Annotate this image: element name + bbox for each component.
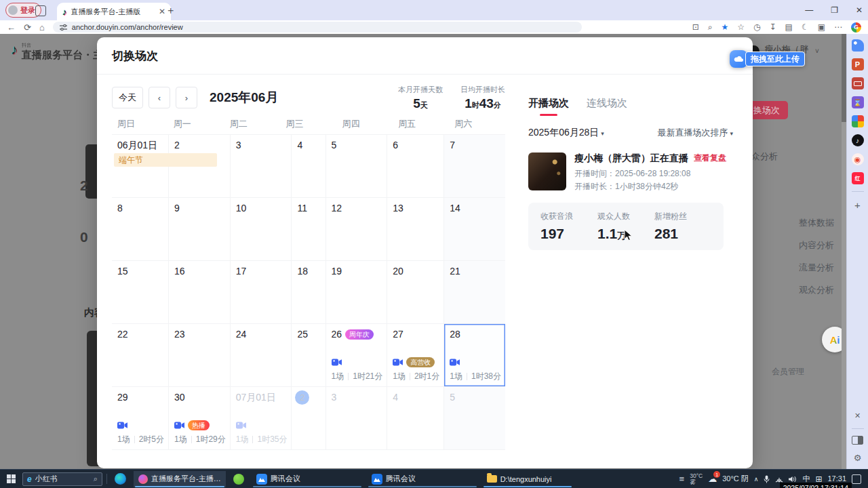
sidebar-panel-icon[interactable] xyxy=(852,436,863,445)
calendar-day-cell[interactable]: 26周年庆1场1时21分 xyxy=(326,324,388,387)
add-extension-icon[interactable]: + xyxy=(852,199,864,211)
taskbar-clock[interactable]: 17:31 xyxy=(827,474,846,483)
new-tab-button[interactable]: ＋ xyxy=(165,4,176,17)
next-month-button[interactable]: › xyxy=(176,87,197,108)
taskbar-active-window[interactable]: 直播服务平台-主播… xyxy=(134,471,226,487)
action-center-icon[interactable] xyxy=(852,474,861,484)
refresh-icon[interactable]: ⟳ xyxy=(24,22,31,33)
calendar-day-cell[interactable]: 12 xyxy=(326,198,388,261)
cast-icon[interactable]: ⊡ xyxy=(692,22,699,32)
tab-broadcast-sessions[interactable]: 开播场次 xyxy=(528,97,569,116)
taskbar-folder[interactable]: D:\tengxunhuiyi xyxy=(482,471,573,487)
home-icon[interactable]: ⌂ xyxy=(39,22,45,33)
download-icon[interactable]: ↧ xyxy=(769,22,776,32)
calendar-day-cell[interactable]: 5 xyxy=(326,135,388,198)
calendar-day-cell[interactable]: 27高营收1场2时1分 xyxy=(387,324,444,387)
toolbox-icon[interactable] xyxy=(852,77,864,89)
tiktok-icon[interactable]: ♪ xyxy=(852,134,864,146)
date-filter-dropdown[interactable]: 2025年06月28日▾ xyxy=(528,127,604,139)
calendar-day-cell[interactable]: 10 xyxy=(231,198,292,261)
calendar-day-cell[interactable]: 16 xyxy=(169,261,231,324)
bookmark-star-icon[interactable]: ★ xyxy=(721,22,728,32)
calendar-day-cell[interactable]: 06月01日端午节 xyxy=(112,135,169,198)
calendar-day-cell[interactable]: 7 xyxy=(444,135,505,198)
window-minimize-button[interactable]: — xyxy=(805,5,813,15)
calendar-day-cell[interactable]: 21 xyxy=(444,261,505,324)
edge-browser-icon[interactable] xyxy=(115,473,126,485)
calendar-day-cell[interactable]: 2 xyxy=(292,387,326,450)
speaker-icon[interactable] xyxy=(789,476,797,483)
more-icon[interactable]: ⋯ xyxy=(834,22,842,32)
favorites-icon[interactable]: ☆ xyxy=(737,22,745,32)
bg-member-link[interactable]: 会员管理 xyxy=(772,366,804,378)
calendar-day-cell[interactable]: 07月01日1场1时35分 xyxy=(231,387,292,450)
calendar-day-cell[interactable]: 4 xyxy=(387,387,444,450)
google-account-avatar[interactable]: G xyxy=(851,22,861,33)
microphone-icon[interactable] xyxy=(764,475,770,483)
bg-menu-item[interactable]: 内容分析 xyxy=(799,239,834,251)
workspace-icon[interactable]: ▣ xyxy=(818,22,825,32)
back-icon[interactable]: ← xyxy=(7,22,16,33)
tab-link-sessions[interactable]: 连线场次 xyxy=(587,97,627,110)
xiaohongshu-icon[interactable]: 红 xyxy=(852,172,864,184)
calendar-day-cell[interactable]: 15 xyxy=(112,261,169,324)
tab-close-icon[interactable]: ✕ xyxy=(159,7,165,16)
touch-keyboard-icon[interactable]: ⊞ xyxy=(815,474,822,484)
calendar-day-cell[interactable]: 19 xyxy=(326,261,388,324)
calendar-day-cell[interactable]: 9 xyxy=(169,198,231,261)
news-feed-icon[interactable]: ≡ xyxy=(679,474,685,484)
prev-month-button[interactable]: ‹ xyxy=(149,87,170,108)
apps-grid-icon[interactable] xyxy=(852,115,864,127)
taskbar-meeting-1[interactable]: 腾讯会议 xyxy=(252,471,363,487)
assistant-hourglass-icon[interactable]: ⌛ xyxy=(852,96,864,108)
start-button[interactable] xyxy=(7,474,16,483)
taskbar-search-box[interactable]: e 小红书 ⌕ xyxy=(22,472,102,486)
calendar-day-cell[interactable]: 17 xyxy=(231,261,292,324)
view-replay-link[interactable]: 查看复盘 xyxy=(694,152,726,164)
weather-cloud-icon[interactable]: ☁1 xyxy=(708,474,717,484)
hidden-icons-chevron[interactable]: ∧ xyxy=(754,476,759,483)
calendar-day-cell[interactable]: 3 xyxy=(326,387,388,450)
calendar-day-cell[interactable]: 23 xyxy=(169,324,231,387)
calendar-day-cell[interactable]: 11 xyxy=(292,198,326,261)
calendar-day-cell[interactable]: 5 xyxy=(444,387,505,450)
reading-list-icon[interactable]: ▤ xyxy=(785,22,793,32)
weibo-eye-icon[interactable]: ◉ xyxy=(852,153,864,165)
calendar-day-cell[interactable]: 25 xyxy=(292,324,326,387)
history-clock-icon[interactable]: ◷ xyxy=(753,22,760,32)
taskbar-meeting-2[interactable]: 腾讯会议 xyxy=(367,471,478,487)
page-scrollbar-thumb[interactable] xyxy=(842,34,846,122)
calendar-day-cell[interactable]: 20 xyxy=(387,261,444,324)
night-mode-icon[interactable]: ☾ xyxy=(802,22,809,32)
calendar-day-cell[interactable]: 18 xyxy=(292,261,326,324)
browser-tab[interactable]: ♪ 直播服务平台-主播版 ✕ xyxy=(57,3,171,20)
green-app-icon[interactable] xyxy=(233,474,244,485)
calendar-day-cell[interactable]: 30热播1场1时29分 xyxy=(169,387,231,450)
calendar-day-cell[interactable]: 14 xyxy=(444,198,505,261)
bg-menu-item[interactable]: 流量分析 xyxy=(799,262,834,274)
zoom-icon[interactable]: ⌕ xyxy=(708,22,713,32)
calendar-day-cell[interactable]: 6 xyxy=(387,135,444,198)
bg-menu-item[interactable]: 观众分析 xyxy=(799,284,834,296)
today-button[interactable]: 今天 xyxy=(112,87,143,108)
calendar-day-cell[interactable]: 8 xyxy=(112,198,169,261)
calendar-day-cell[interactable]: 281场1时38分 xyxy=(444,324,505,387)
settings-gear-icon[interactable]: ⚙ xyxy=(852,451,864,464)
weather-text[interactable]: 30°C 阴 xyxy=(722,474,749,484)
window-restore-button[interactable]: ❐ xyxy=(831,5,838,15)
calendar-day-cell[interactable]: 291场2时5分 xyxy=(112,387,169,450)
powerpoint-icon[interactable]: P xyxy=(852,58,864,70)
calendar-day-cell[interactable]: 22 xyxy=(112,324,169,387)
weather-mini[interactable]: 30°C雾 xyxy=(690,473,703,485)
window-close-button[interactable]: ✕ xyxy=(856,5,863,15)
calendar-day-cell[interactable]: 3 xyxy=(231,135,292,198)
calendar-day-cell[interactable]: 13 xyxy=(387,198,444,261)
network-signal-icon[interactable] xyxy=(775,476,783,483)
bg-menu-item[interactable]: 整体数据 xyxy=(799,217,834,229)
tag-icon[interactable] xyxy=(852,39,864,52)
calendar-day-cell[interactable]: 24 xyxy=(231,324,292,387)
glasses-icon[interactable]: ✕ xyxy=(852,409,864,422)
calendar-day-cell[interactable]: 4 xyxy=(292,135,326,198)
tab-search-icon[interactable] xyxy=(35,5,46,16)
sort-dropdown[interactable]: 最新直播场次排序▾ xyxy=(657,127,733,139)
